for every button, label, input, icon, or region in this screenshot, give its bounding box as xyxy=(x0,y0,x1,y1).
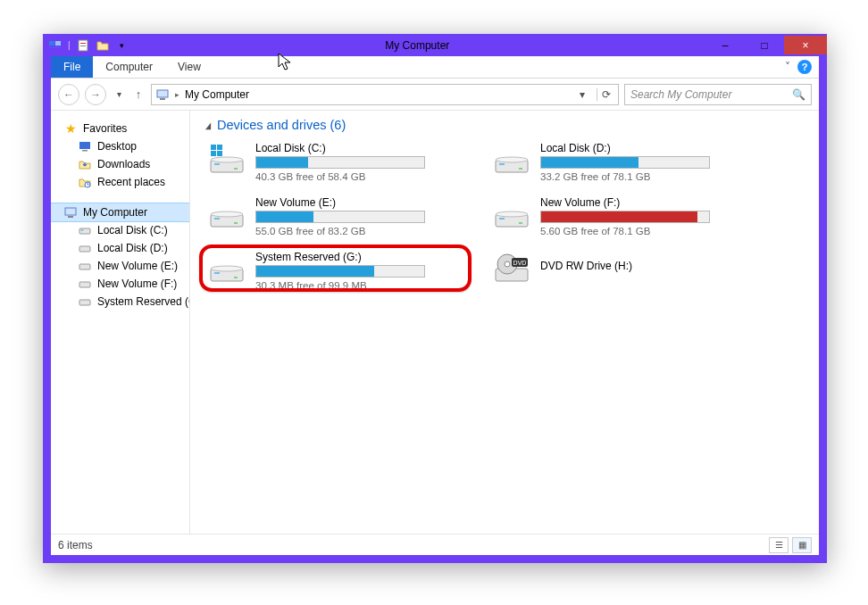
sidebar-item-volume[interactable]: System Reserved (G:) xyxy=(51,293,189,311)
capacity-bar xyxy=(255,265,425,278)
free-space-text: 40.3 GB free of 58.4 GB xyxy=(255,171,471,182)
svg-rect-22 xyxy=(217,151,222,156)
new-folder-icon[interactable] xyxy=(96,38,110,53)
svg-rect-13 xyxy=(79,228,90,234)
navigation-bar: ← → ▾ ↑ ▸ My Computer ▾ ⟳ Search My Comp… xyxy=(51,79,819,111)
drive-icon xyxy=(207,196,246,232)
drive-item[interactable]: System Reserved (G:)30.3 MB free of 99.9… xyxy=(204,248,473,294)
tab-view[interactable]: View xyxy=(165,56,213,78)
navigation-pane: ★ Favorites Desktop Downloads Recent pla… xyxy=(51,111,190,534)
address-bar[interactable]: ▸ My Computer ▾ ⟳ xyxy=(151,84,619,105)
svg-rect-19 xyxy=(211,145,216,150)
svg-rect-34 xyxy=(234,222,238,224)
recent-locations-button[interactable]: ▾ xyxy=(112,84,126,105)
svg-rect-16 xyxy=(79,264,90,269)
svg-rect-15 xyxy=(79,246,90,252)
svg-rect-9 xyxy=(82,150,88,152)
drive-name: Local Disk (C:) xyxy=(255,142,471,154)
drive-item[interactable]: New Volume (F:)5.60 GB free of 78.1 GB xyxy=(489,194,758,239)
capacity-bar xyxy=(255,156,425,169)
drive-icon xyxy=(207,142,246,178)
minimize-button[interactable]: – xyxy=(705,36,745,54)
computer-icon xyxy=(63,205,78,220)
svg-rect-33 xyxy=(214,218,220,220)
svg-rect-17 xyxy=(79,282,90,287)
refresh-button[interactable]: ⟳ xyxy=(597,88,614,101)
status-bar: 6 items ☰ ▦ xyxy=(51,534,819,555)
content-pane[interactable]: ◢ Devices and drives (6) Local Disk (C:)… xyxy=(190,111,819,534)
tab-computer[interactable]: Computer xyxy=(93,56,165,78)
window-controls: – □ × xyxy=(705,36,827,54)
qat-customize-icon[interactable]: ▾ xyxy=(115,38,129,53)
drive-item[interactable]: New Volume (E:)55.0 GB free of 83.2 GB xyxy=(204,194,473,239)
drive-item[interactable]: Local Disk (D:)33.2 GB free of 78.1 GB xyxy=(489,139,758,185)
section-header[interactable]: ◢ Devices and drives (6) xyxy=(204,118,810,132)
svg-rect-11 xyxy=(65,208,76,215)
svg-rect-8 xyxy=(79,142,90,149)
breadcrumb-icon: ▸ xyxy=(175,90,179,99)
up-button[interactable]: ↑ xyxy=(131,84,146,105)
window-client-area: File Computer View ˅ ? ← → ▾ ↑ ▸ My Comp… xyxy=(51,56,819,555)
free-space-text: 5.60 GB free of 78.1 GB xyxy=(540,226,755,236)
svg-rect-41 xyxy=(214,272,220,274)
favorites-icon: ★ xyxy=(63,121,78,136)
drive-name: System Reserved (G:) xyxy=(255,251,471,263)
drive-info: Local Disk (C:)40.3 GB free of 58.4 GB xyxy=(255,142,471,182)
sidebar-group-favorites[interactable]: ★ Favorites xyxy=(51,120,189,137)
desktop-icon xyxy=(78,139,92,153)
svg-rect-37 xyxy=(499,218,505,220)
close-button[interactable]: × xyxy=(784,36,827,54)
section-title: Devices and drives (6) xyxy=(217,118,346,132)
forward-button[interactable]: → xyxy=(85,84,106,105)
capacity-bar xyxy=(255,211,425,223)
svg-rect-5 xyxy=(80,46,86,46)
sidebar-item-volume[interactable]: Local Disk (D:) xyxy=(51,239,189,257)
sidebar-item-label: Recent places xyxy=(97,176,165,188)
sidebar-item-recent[interactable]: Recent places xyxy=(51,173,189,191)
svg-rect-42 xyxy=(234,277,238,278)
properties-icon[interactable] xyxy=(76,38,90,53)
sidebar-item-volume[interactable]: New Volume (E:) xyxy=(51,257,189,275)
sidebar-item-label: System Reserved (G:) xyxy=(97,295,189,308)
svg-rect-12 xyxy=(68,216,73,218)
drives-grid: Local Disk (C:)40.3 GB free of 58.4 GBLo… xyxy=(204,139,758,294)
search-input[interactable]: Search My Computer 🔍 xyxy=(624,84,812,105)
drive-item[interactable]: Local Disk (C:)40.3 GB free of 58.4 GB xyxy=(204,139,473,185)
svg-text:DVD: DVD xyxy=(513,260,527,266)
drive-info: DVD RW Drive (H:) xyxy=(540,251,755,274)
sidebar-item-downloads[interactable]: Downloads xyxy=(51,155,189,173)
maximize-button[interactable]: □ xyxy=(745,36,784,54)
system-menu-icon[interactable] xyxy=(48,38,63,53)
ribbon-collapse-icon[interactable]: ˅ xyxy=(785,61,790,73)
svg-rect-1 xyxy=(55,41,61,46)
breadcrumb[interactable]: My Computer xyxy=(185,88,249,101)
drive-icon xyxy=(78,277,92,291)
back-button[interactable]: ← xyxy=(58,84,79,105)
window-frame: | ▾ My Computer – □ × File Computer View… xyxy=(43,34,827,563)
svg-rect-38 xyxy=(519,222,522,224)
svg-rect-7 xyxy=(160,98,165,100)
help-icon[interactable]: ? xyxy=(797,60,812,74)
explorer-body: ★ Favorites Desktop Downloads Recent pla… xyxy=(51,111,819,534)
computer-icon xyxy=(155,87,170,102)
tab-file[interactable]: File xyxy=(51,56,93,78)
drive-icon: DVD xyxy=(492,251,531,286)
recent-icon xyxy=(78,175,92,189)
title-bar[interactable]: | ▾ My Computer – □ × xyxy=(43,34,827,56)
sidebar-item-label: New Volume (E:) xyxy=(97,260,178,272)
address-dropdown-icon[interactable]: ▾ xyxy=(573,88,591,101)
drive-name: Local Disk (D:) xyxy=(540,142,755,154)
tiles-view-button[interactable]: ▦ xyxy=(792,537,812,553)
sidebar-item-volume[interactable]: Local Disk (C:) xyxy=(51,221,189,239)
drive-info: System Reserved (G:)30.3 MB free of 99.9… xyxy=(255,251,471,291)
collapse-icon[interactable]: ◢ xyxy=(205,120,211,130)
sidebar-item-computer[interactable]: My Computer xyxy=(51,203,189,221)
svg-rect-21 xyxy=(211,151,216,156)
svg-rect-2 xyxy=(49,46,61,48)
drive-item[interactable]: DVDDVD RW Drive (H:) xyxy=(489,248,758,294)
sidebar-item-volume[interactable]: New Volume (F:) xyxy=(51,275,189,293)
details-view-button[interactable]: ☰ xyxy=(769,537,789,553)
sidebar-item-desktop[interactable]: Desktop xyxy=(51,137,189,155)
drive-name: New Volume (F:) xyxy=(540,196,755,209)
sidebar-item-label: Desktop xyxy=(97,140,137,153)
